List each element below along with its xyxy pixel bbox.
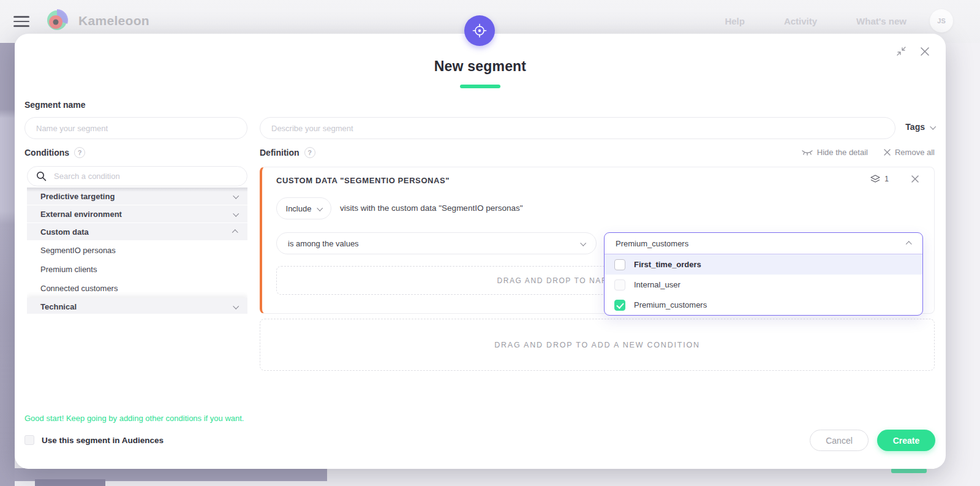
condition-card-title: CUSTOM DATA "SEGMENTIO PERSONAS" (276, 176, 450, 185)
value-option-first-time-orders[interactable]: First_time_orders (605, 254, 922, 275)
values-select-header[interactable]: Premium_customers (605, 233, 922, 254)
background-page-bottom-block (35, 479, 105, 486)
condition-list: Predictive targeting External environmen… (27, 188, 247, 314)
tags-label: Tags (905, 122, 925, 132)
nav-activity[interactable]: Activity (784, 16, 817, 26)
chevron-down-icon (930, 123, 936, 129)
definition-label: Definition (260, 148, 300, 158)
include-dropdown[interactable]: Include (276, 197, 331, 219)
segment-name-label: Segment name (24, 100, 86, 110)
new-condition-dropzone: DRAG AND DROP TO ADD A NEW CONDITION (260, 319, 935, 371)
chevron-up-icon (906, 241, 912, 247)
conditions-help-icon[interactable]: ? (74, 147, 85, 158)
condition-category-technical[interactable]: Technical (27, 298, 247, 314)
collapse-icon[interactable] (896, 46, 907, 56)
kameleoon-logo (44, 8, 71, 35)
conditions-label: Conditions (24, 148, 69, 158)
condition-item-connected-customers[interactable]: Connected customers (27, 279, 247, 298)
operator-select[interactable]: is among the values (276, 232, 597, 254)
audiences-checkbox-label: Use this segment in Audiences (42, 436, 164, 445)
eye-closed-icon (802, 150, 813, 156)
top-navigation: Help Activity What's new (725, 16, 907, 26)
condition-card: CUSTOM DATA "SEGMENTIO PERSONAS" 1 Inclu… (260, 167, 935, 314)
chevron-down-icon (580, 240, 586, 246)
audiences-checkbox[interactable] (24, 435, 34, 445)
checkbox-checked[interactable] (614, 300, 625, 311)
value-option-premium-customers[interactable]: Premium_customers (605, 295, 922, 315)
title-underline (460, 85, 500, 88)
segment-description-input[interactable] (260, 117, 895, 139)
chevron-down-icon (233, 210, 239, 216)
segment-name-input[interactable] (24, 117, 247, 139)
cancel-button[interactable]: Cancel (810, 430, 869, 451)
x-icon (884, 149, 891, 156)
layers-icon (870, 175, 880, 183)
checkbox-unchecked[interactable] (614, 279, 625, 290)
background-create-button-edge (891, 468, 927, 473)
user-avatar[interactable]: JS (930, 9, 953, 32)
definition-help-icon[interactable]: ? (304, 147, 315, 158)
chevron-down-icon (233, 303, 239, 309)
chevron-down-icon (317, 205, 323, 211)
page-title: New segment (15, 58, 946, 75)
brand-name: Kameleoon (78, 13, 149, 28)
condition-category-predictive-targeting[interactable]: Predictive targeting (27, 188, 247, 205)
remove-all-button[interactable]: Remove all (884, 148, 935, 157)
chevron-up-icon (232, 229, 238, 235)
values-multiselect: Premium_customers First_time_orders Inte… (604, 232, 923, 316)
hide-detail-button[interactable]: Hide the detail (802, 148, 868, 157)
chevron-down-icon (233, 192, 239, 199)
condition-item-segmentio-personas[interactable]: SegmentIO personas (27, 241, 247, 260)
condition-category-external-environment[interactable]: External environment (27, 205, 247, 223)
condition-item-premium-clients[interactable]: Premium clients (27, 260, 247, 279)
condition-description: visits with the custom data "SegmentIO p… (340, 203, 522, 213)
checkbox-unchecked[interactable] (614, 259, 625, 270)
nav-whats-new[interactable]: What's new (856, 16, 907, 26)
close-icon[interactable] (920, 47, 930, 56)
create-button[interactable]: Create (877, 430, 935, 451)
segment-target-icon (464, 15, 495, 46)
new-segment-modal: New segment Segment name Tags Conditions… (15, 34, 946, 469)
audiences-checkbox-row[interactable]: Use this segment in Audiences (24, 435, 164, 445)
nav-help[interactable]: Help (725, 16, 745, 26)
background-page-left-strip (0, 43, 15, 486)
value-option-internal-user[interactable]: Internal_user (605, 275, 922, 295)
layer-count-indicator: 1 (870, 175, 889, 183)
search-input[interactable] (54, 172, 238, 181)
menu-icon[interactable] (13, 16, 29, 27)
progress-hint: Good start! Keep going by adding other c… (24, 414, 244, 423)
condition-close-icon[interactable] (911, 175, 919, 183)
condition-category-custom-data[interactable]: Custom data (27, 223, 247, 241)
search-icon (36, 171, 47, 181)
condition-search (27, 166, 247, 186)
tags-dropdown[interactable]: Tags (905, 122, 935, 132)
